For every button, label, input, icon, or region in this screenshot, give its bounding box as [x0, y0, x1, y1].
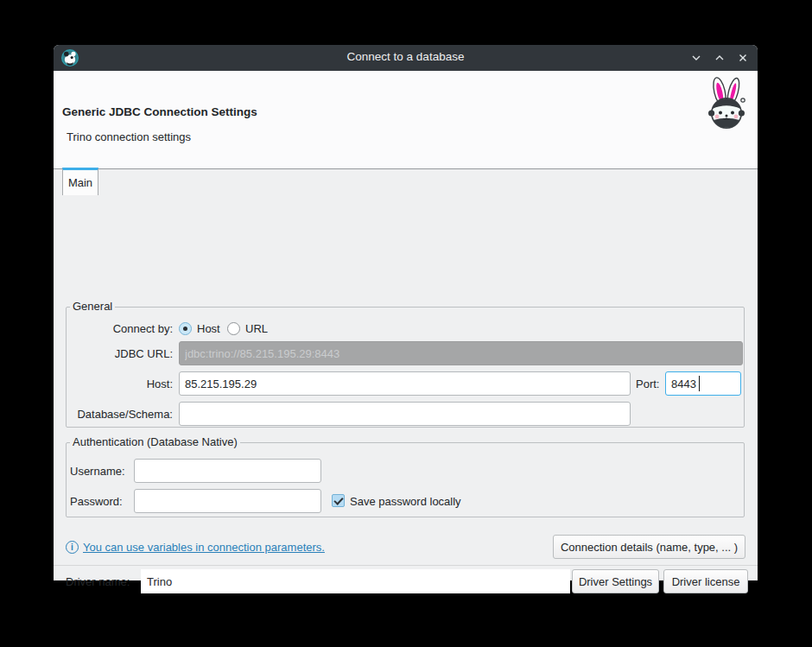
driver-license-button[interactable]: Driver license [663, 569, 748, 593]
page-subtitle: Trino connection settings [67, 130, 191, 143]
password-input[interactable] [134, 489, 321, 513]
save-password-checkbox[interactable] [332, 494, 345, 507]
host-label: Host: [66, 377, 173, 390]
minimize-icon[interactable] [690, 52, 702, 64]
close-icon[interactable] [737, 52, 749, 64]
database-schema-label: Database/Schema: [66, 408, 173, 421]
connect-by-host-radio[interactable] [179, 322, 192, 335]
connection-details-button[interactable]: Connection details (name, type, ... ) [553, 535, 745, 559]
username-input[interactable] [134, 459, 321, 483]
jdbc-url-label: JDBC URL: [66, 347, 173, 360]
authentication-group-legend: Authentication (Database Native) [70, 435, 240, 448]
connect-database-dialog: Connect to a database Generic JDBC Conne… [54, 45, 758, 580]
titlebar[interactable]: Connect to a database [54, 45, 758, 71]
jdbc-url-field [179, 341, 743, 365]
maximize-icon[interactable] [714, 52, 726, 64]
driver-settings-button[interactable]: Driver Settings [572, 569, 659, 593]
connect-by-url-radio-label[interactable]: URL [245, 322, 268, 335]
save-password-label[interactable]: Save password locally [350, 495, 461, 508]
driver-name-field: Trino [141, 569, 570, 593]
info-icon: i [66, 541, 79, 554]
database-schema-input[interactable] [179, 402, 631, 426]
variables-link[interactable]: You can use variables in connection para… [83, 541, 325, 554]
connect-by-host-radio-label[interactable]: Host [197, 322, 220, 335]
driver-divider [54, 565, 758, 566]
password-label: Password: [70, 495, 123, 508]
text-caret [699, 376, 700, 391]
port-label: Port: [636, 377, 659, 390]
host-input[interactable] [179, 371, 631, 396]
trino-bunny-logo [704, 73, 749, 133]
wizard-header: Generic JDBC Connection Settings Trino c… [54, 71, 758, 169]
window-title: Connect to a database [54, 50, 758, 63]
driver-name-label: Driver name: [66, 575, 130, 588]
tab-main-label: Main [68, 176, 92, 189]
tab-main[interactable]: Main [62, 168, 98, 195]
main-tab-content: General Connect by: Host URL JDBC URL: H… [54, 169, 758, 580]
connect-by-label: Connect by: [66, 322, 173, 335]
port-input[interactable] [665, 371, 741, 396]
page-title: Generic JDBC Connection Settings [62, 105, 257, 118]
username-label: Username: [70, 465, 125, 478]
driver-name-value: Trino [147, 575, 172, 588]
connect-by-url-radio[interactable] [227, 322, 240, 335]
general-group-legend: General [70, 300, 115, 313]
